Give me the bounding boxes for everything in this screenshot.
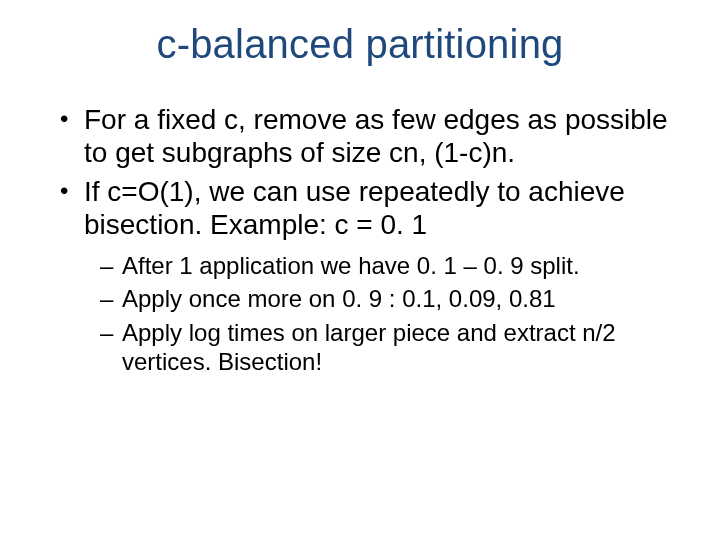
bullet-text: For a fixed c, remove as few edges as po… <box>84 104 668 168</box>
sub-bullet-item: After 1 application we have 0. 1 – 0. 9 … <box>98 251 670 280</box>
sub-bullet-text: Apply log times on larger piece and extr… <box>122 319 616 375</box>
sub-bullet-item: Apply once more on 0. 9 : 0.1, 0.09, 0.8… <box>98 284 670 313</box>
sub-bullet-text: After 1 application we have 0. 1 – 0. 9 … <box>122 252 580 279</box>
bullet-item: If c=O(1), we can use repeatedly to achi… <box>56 175 670 376</box>
bullet-list: For a fixed c, remove as few edges as po… <box>56 103 670 376</box>
sub-bullet-list: After 1 application we have 0. 1 – 0. 9 … <box>98 251 670 376</box>
bullet-item: For a fixed c, remove as few edges as po… <box>56 103 670 169</box>
slide: c-balanced partitioning For a fixed c, r… <box>0 0 720 540</box>
bullet-text: If c=O(1), we can use repeatedly to achi… <box>84 176 625 240</box>
sub-bullet-item: Apply log times on larger piece and extr… <box>98 318 670 377</box>
slide-title: c-balanced partitioning <box>50 22 670 67</box>
sub-bullet-text: Apply once more on 0. 9 : 0.1, 0.09, 0.8… <box>122 285 556 312</box>
